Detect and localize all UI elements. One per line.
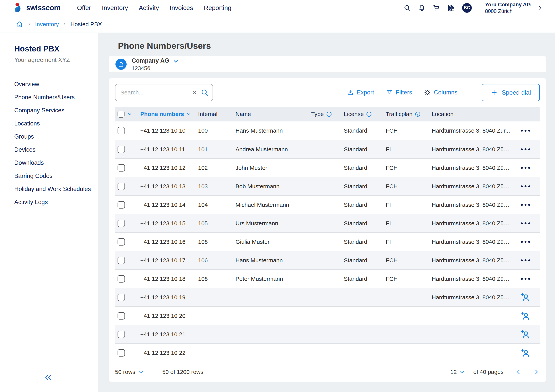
bell-icon[interactable]: [418, 4, 425, 12]
row-actions: [514, 146, 537, 152]
home-icon[interactable]: [16, 21, 23, 28]
breadcrumb-inventory-link[interactable]: Inventory: [35, 21, 59, 28]
row-checkbox[interactable]: [117, 349, 125, 356]
sidebar-item-activity-logs[interactable]: Activity Logs: [14, 196, 91, 209]
add-user-icon[interactable]: [520, 292, 531, 302]
row-menu-kebab-icon[interactable]: [519, 257, 532, 263]
chevron-right-icon[interactable]: [537, 5, 543, 11]
sidebar-item-groups[interactable]: Groups: [14, 130, 91, 143]
row-checkbox[interactable]: [117, 183, 125, 190]
table-row: +41 12 123 10 16106Giulia MusterStandard…: [115, 232, 540, 251]
column-header-trafficplan[interactable]: Trafficplan: [386, 111, 432, 117]
row-actions: [514, 128, 537, 134]
row-checkbox[interactable]: [117, 238, 125, 246]
account-info[interactable]: Yoru Company AG 8000 Zürich: [485, 1, 531, 15]
row-menu-kebab-icon[interactable]: [519, 220, 532, 226]
nav-item-inventory[interactable]: Inventory: [102, 4, 128, 12]
sidebar-item-barring-codes[interactable]: Barring Codes: [14, 169, 91, 182]
row-actions: [514, 276, 537, 282]
clear-search-icon[interactable]: [192, 90, 197, 95]
columns-button[interactable]: Columns: [424, 89, 457, 96]
next-page-icon[interactable]: [533, 369, 540, 375]
search-submit-icon[interactable]: [201, 88, 209, 97]
filters-button[interactable]: Filters: [386, 89, 412, 96]
collapse-sidebar-icon[interactable]: [44, 373, 53, 382]
sidebar-item-devices[interactable]: Devices: [14, 143, 91, 156]
add-user-icon[interactable]: [520, 329, 531, 339]
row-menu-kebab-icon[interactable]: [519, 128, 532, 134]
row-checkbox[interactable]: [117, 220, 125, 227]
account-location: 8000 Zürich: [485, 8, 531, 15]
row-checkbox[interactable]: [117, 146, 125, 153]
column-header-type[interactable]: Type: [311, 111, 344, 117]
row-checkbox[interactable]: [117, 201, 125, 209]
swisscom-brand[interactable]: swisscom: [13, 3, 60, 13]
column-header-internal[interactable]: Internal: [198, 111, 235, 117]
add-user-icon[interactable]: [520, 311, 531, 321]
row-menu-kebab-icon[interactable]: [519, 183, 532, 189]
info-icon[interactable]: [415, 111, 421, 117]
cell-internal: 106: [198, 257, 235, 264]
row-menu-kebab-icon[interactable]: [519, 276, 532, 282]
row-checkbox[interactable]: [117, 294, 125, 301]
row-actions: [514, 165, 537, 171]
cell-name: Hans Mustermann: [235, 257, 311, 264]
nav-item-offer[interactable]: Offer: [77, 4, 91, 12]
table-row: +41 12 123 10 11101Andrea MustermannStan…: [115, 140, 540, 158]
export-button[interactable]: Export: [347, 89, 374, 96]
row-menu-kebab-icon[interactable]: [519, 239, 532, 245]
row-checkbox[interactable]: [117, 275, 125, 283]
apps-grid-icon[interactable]: [447, 4, 455, 12]
page-select[interactable]: 12: [450, 369, 465, 375]
row-menu-kebab-icon[interactable]: [519, 165, 532, 171]
sidebar-item-locations[interactable]: Locations: [14, 117, 91, 130]
column-header-name[interactable]: Name: [235, 111, 311, 117]
sidebar-item-company-services[interactable]: Company Services: [14, 104, 91, 117]
search-input[interactable]: [116, 89, 189, 96]
nav-item-activity[interactable]: Activity: [139, 4, 159, 12]
column-header-location[interactable]: Location: [432, 111, 514, 117]
sidebar-item-holiday-work-schedules[interactable]: Holiday and Work Schedules: [14, 182, 91, 196]
row-menu-kebab-icon[interactable]: [519, 146, 532, 152]
user-avatar[interactable]: BC: [462, 3, 472, 13]
nav-item-reporting[interactable]: Reporting: [204, 4, 231, 12]
sidebar-subtitle: Your agreement XYZ: [14, 57, 91, 63]
cell-traffic: FI: [386, 220, 432, 227]
speed-dial-button[interactable]: Speed dial: [482, 84, 540, 101]
cell-internal: 103: [198, 183, 235, 190]
table-header-row: Phone numbers Internal Name Type: [115, 107, 540, 121]
previous-page-icon[interactable]: [515, 369, 522, 375]
cell-loc: Hardturmstrasse 3, 8040 Zürich: [432, 276, 514, 282]
info-icon[interactable]: [366, 111, 372, 117]
cell-loc: Hardturmstrasse 3, 8040 Zürich: [432, 294, 514, 301]
select-all-chevron-down-icon[interactable]: [127, 112, 132, 116]
cell-phone: +41 12 123 10 18: [140, 276, 198, 282]
cart-icon[interactable]: [433, 4, 440, 12]
row-checkbox[interactable]: [117, 331, 125, 338]
rows-per-page-select[interactable]: 50 rows: [115, 369, 144, 375]
row-checkbox[interactable]: [117, 257, 125, 264]
cell-license: Standard: [344, 165, 386, 171]
add-user-icon[interactable]: [520, 348, 531, 358]
cell-traffic: FCH: [386, 257, 432, 264]
select-all-checkbox[interactable]: [117, 111, 124, 117]
nav-item-invoices[interactable]: Invoices: [170, 4, 193, 12]
row-actions: [514, 329, 537, 339]
column-header-phone-numbers[interactable]: Phone numbers: [140, 111, 198, 117]
top-navigation: swisscom Offer Inventory Activity Invoic…: [0, 0, 555, 16]
column-header-license[interactable]: License: [344, 111, 386, 117]
search-icon[interactable]: [403, 4, 411, 12]
sidebar-item-downloads[interactable]: Downloads: [14, 156, 91, 169]
row-menu-kebab-icon[interactable]: [519, 202, 532, 208]
info-icon[interactable]: [326, 111, 332, 117]
sidebar-item-phone-numbers-users[interactable]: Phone Numbers/Users: [14, 91, 91, 104]
chevron-down-icon[interactable]: [173, 58, 179, 64]
company-selector[interactable]: Company AG 123456: [109, 56, 546, 73]
topnav-divider: [479, 3, 479, 13]
sidebar-item-overview[interactable]: Overview: [14, 78, 91, 91]
row-checkbox[interactable]: [117, 312, 125, 319]
row-checkbox[interactable]: [117, 127, 125, 134]
row-checkbox[interactable]: [117, 164, 125, 172]
cell-license: Standard: [344, 257, 386, 264]
phone-numbers-table: Phone numbers Internal Name Type: [115, 107, 540, 362]
